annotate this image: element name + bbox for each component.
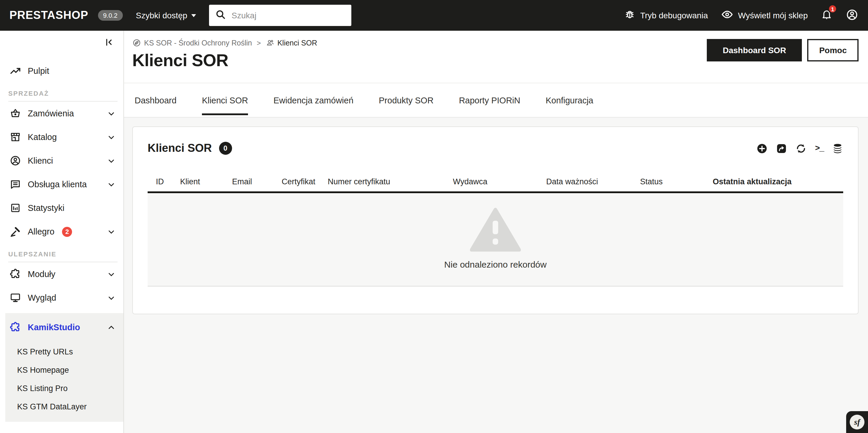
export-button[interactable] [776, 143, 787, 154]
tab-klienci-sor[interactable]: Klienci SOR [202, 83, 248, 117]
column-header-ostatnia-aktualizacja[interactable]: Ostatnia aktualizacja [713, 177, 843, 186]
breadcrumb-separator: > [255, 39, 262, 47]
sidebar-item-label: Zamówienia [28, 109, 74, 118]
chevron-down-icon [107, 270, 115, 278]
sidebar-subitem-ks-homepage[interactable]: KS Homepage [12, 361, 123, 379]
section-label: ULEPSZANIE [8, 251, 118, 258]
eye-icon [721, 8, 733, 23]
sidebar-item-obsluga-klienta[interactable]: Obsługa klienta [0, 172, 123, 196]
sidebar-item-allegro[interactable]: Allegro 2 [0, 220, 123, 243]
breadcrumb-root-label: KS SOR - Środki Ochrony Roślin [144, 39, 252, 47]
top-bar: PRESTASHOP 9.0.2 Szybki dostęp Tryb debu… [0, 0, 868, 31]
page-actions: Dashboard SOR Pomoc [707, 39, 859, 61]
sidebar-item-kamikstudio[interactable]: KamikStudio [5, 315, 123, 339]
bell-icon [821, 13, 833, 23]
view-shop-label: Wyświetl mój sklep [738, 11, 808, 20]
puzzle-icon [9, 321, 21, 333]
dashboard-sor-button[interactable]: Dashboard SOR [707, 39, 802, 61]
add-record-button[interactable] [756, 143, 768, 154]
sidebar-collapse-button[interactable] [104, 37, 113, 47]
chevron-down-icon [107, 157, 115, 165]
tab-produkty-sor[interactable]: Produkty SOR [379, 83, 433, 117]
sidebar: Pulpit SPRZEDAŻ Zamówienia Katalog [0, 31, 124, 433]
chevron-down-icon [107, 133, 115, 141]
column-header-klient[interactable]: Klient [180, 177, 232, 186]
symfony-toolbar-button[interactable]: sf [846, 411, 868, 433]
column-header-status[interactable]: Status [640, 177, 713, 186]
sidebar-item-statystyki[interactable]: Statystyki [0, 196, 123, 220]
chat-icon [9, 178, 21, 190]
column-header-wydawca[interactable]: Wydawca [453, 177, 546, 186]
chevron-down-icon [107, 228, 115, 235]
refresh-button[interactable] [795, 143, 807, 154]
breadcrumb-current[interactable]: Klienci SOR [266, 38, 317, 47]
search-input[interactable] [231, 11, 345, 20]
plus-circle-icon [756, 143, 768, 154]
help-button[interactable]: Pomoc [807, 39, 859, 61]
console-button[interactable]: >_ [815, 144, 824, 153]
quick-access-menu[interactable]: Szybki dostęp [136, 11, 196, 20]
sidebar-item-zamowienia[interactable]: Zamówienia [0, 102, 123, 125]
leaf-icon [132, 38, 141, 47]
account-menu[interactable] [845, 8, 859, 23]
top-bar-right: Tryb debugowania Wyświetl mój sklep 1 [624, 8, 859, 23]
notifications-button[interactable]: 1 [821, 8, 833, 23]
page-body: Klienci SOR 0 >_ [124, 118, 868, 433]
sidebar-item-label: KamikStudio [28, 322, 80, 332]
sql-manager-button[interactable] [832, 143, 843, 154]
chevron-up-icon [107, 323, 115, 331]
debug-mode-label: Tryb debugowania [640, 11, 708, 20]
panel-title: Klienci SOR [148, 142, 212, 155]
version-badge: 9.0.2 [98, 10, 123, 21]
sidebar-subitem-ks-pretty-urls[interactable]: KS Pretty URLs [12, 343, 123, 361]
klienci-sor-panel: Klienci SOR 0 >_ [132, 126, 859, 314]
breadcrumb-root-link[interactable]: KS SOR - Środki Ochrony Roślin [132, 38, 252, 47]
sidebar-item-label: Obsługa klienta [28, 180, 87, 189]
sidebar-item-moduly[interactable]: Moduły [0, 262, 123, 286]
search-box[interactable] [209, 5, 351, 26]
store-icon [9, 131, 21, 143]
record-count-badge: 0 [219, 142, 232, 155]
tab-dashboard[interactable]: Dashboard [135, 83, 177, 117]
basket-icon [9, 108, 21, 119]
sidebar-subitem-ks-gtm-datalayer[interactable]: KS GTM DataLayer [12, 398, 123, 416]
tab-raporty-piorin[interactable]: Raporty PIORiN [459, 83, 520, 117]
prestashop-logo[interactable]: PRESTASHOP [9, 9, 88, 22]
sidebar-item-katalog[interactable]: Katalog [0, 125, 123, 149]
sidebar-item-label: Wygląd [28, 293, 56, 302]
puzzle-icon [9, 268, 21, 280]
chevron-down-icon [107, 180, 115, 188]
column-header-data-waznosci[interactable]: Data ważności [546, 177, 640, 186]
sidebar-item-label: Statystyki [28, 203, 64, 213]
sidebar-item-klienci[interactable]: Klienci [0, 149, 123, 172]
trending-up-icon [9, 65, 21, 77]
notification-count-badge: 1 [828, 4, 837, 13]
debug-mode-toggle[interactable]: Tryb debugowania [624, 9, 708, 22]
column-header-numer-certyfikatu[interactable]: Numer certyfikatu [328, 177, 453, 186]
sidebar-item-wyglad[interactable]: Wygląd [0, 286, 123, 310]
sidebar-subitem-ks-listing-pro[interactable]: KS Listing Pro [12, 379, 123, 398]
person-circle-icon [9, 155, 21, 167]
module-tabs: Dashboard Klienci SOR Ewidencja zamówień… [124, 83, 868, 118]
sidebar-item-label: Moduły [28, 269, 56, 279]
empty-state: Nie odnaleziono rekordów [148, 193, 843, 287]
view-shop-link[interactable]: Wyświetl mój sklep [721, 8, 808, 23]
empty-message: Nie odnaleziono rekordów [444, 259, 547, 269]
column-header-certyfikat[interactable]: Certyfikat [282, 177, 328, 186]
panel-header: Klienci SOR 0 >_ [148, 138, 843, 159]
database-icon [832, 143, 843, 154]
column-header-id[interactable]: ID [156, 177, 180, 186]
users-icon [266, 38, 274, 47]
sidebar-section-improve: ULEPSZANIE [0, 251, 123, 262]
sidebar-item-label: Allegro [28, 227, 54, 236]
column-header-email[interactable]: Email [232, 177, 282, 186]
tab-konfiguracja[interactable]: Konfiguracja [546, 83, 593, 117]
sidebar-menu: Pulpit SPRZEDAŻ Zamówienia Katalog [0, 53, 123, 422]
prestashop-admin: PRESTASHOP 9.0.2 Szybki dostęp Tryb debu… [0, 0, 868, 433]
tab-ewidencja-zamowien[interactable]: Ewidencja zamówień [273, 83, 353, 117]
sidebar-item-pulpit[interactable]: Pulpit [0, 59, 123, 83]
warning-triangle-icon [470, 207, 521, 252]
person-circle-icon [845, 8, 859, 23]
sidebar-item-label: Pulpit [28, 66, 49, 76]
kamikstudio-submenu: KS Pretty URLs KS Homepage KS Listing Pr… [5, 339, 123, 416]
